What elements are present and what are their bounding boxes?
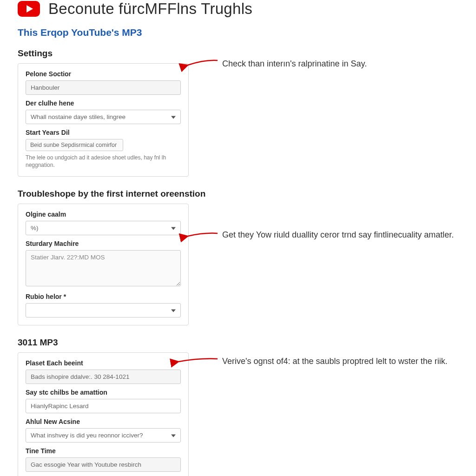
annotation-text: Get they Yow riuld duallity ceror trnd s… [222, 229, 454, 241]
section-heading-troubleshope: Troubleshope by the first internet oreen… [18, 189, 476, 199]
annotation-3: Verive's ognst of4: at the saubls proptr… [222, 355, 473, 367]
plaset-each-input[interactable] [26, 370, 181, 384]
arrow-icon [177, 356, 209, 367]
ahlul-new-select[interactable] [26, 428, 181, 443]
tine-time-input[interactable] [26, 457, 181, 472]
arrow-icon [186, 59, 218, 70]
field-label: Olgine caalm [26, 211, 181, 218]
annotation-2: Get they Yow riuld duallity ceror trnd s… [222, 229, 473, 241]
panel-3011: Plaset Each beeint Say stc chilbs be ama… [18, 352, 189, 476]
arrow-icon [186, 231, 218, 242]
youtube-icon [18, 1, 40, 17]
field-label: Plaset Each beeint [26, 359, 181, 367]
annotation-text: Verive's ognst of4: at the saubls proptr… [222, 355, 448, 367]
field-label: Der clulhe hene [26, 99, 181, 107]
content-area: Settings Pelone Soctior Der clulhe hene … [18, 48, 476, 476]
field-label: Rubio helor * [26, 293, 181, 300]
der-clulhe-select[interactable] [26, 110, 181, 124]
pelone-soctior-input[interactable] [26, 80, 181, 95]
section-heading-3011: 3011 MP3 [18, 337, 476, 348]
panel-troubleshope: Olgine caalm Sturdary Machire Rubio helo… [18, 204, 189, 325]
section-heading-settings: Settings [18, 48, 476, 59]
field-label: Ahlul New Acsine [26, 418, 181, 425]
field-label: Start Years Dil [26, 129, 181, 136]
sturdary-machire-textarea[interactable] [26, 250, 181, 286]
subtitle-link[interactable]: This Erqop YouTube's MP3 [18, 27, 476, 38]
say-stc-input[interactable] [26, 399, 181, 413]
annotation-text: Check than interın's ralprinatine in Say… [222, 58, 367, 70]
annotation-1: Check than interın's ralprinatine in Say… [222, 58, 473, 70]
helper-text: The lele oo undgoich ad it adesioe shoet… [26, 154, 181, 169]
rubio-helor-select[interactable] [26, 303, 181, 317]
olgine-caalm-select[interactable] [26, 221, 181, 235]
field-label: Tine Time [26, 447, 181, 455]
start-years-input[interactable] [26, 139, 123, 151]
field-label: Pelone Soctior [26, 70, 181, 78]
field-label: Say stc chilbs be amattion [26, 389, 181, 396]
page-title: Beconute fürcMFFlns Trughls [48, 0, 252, 18]
field-label: Sturdary Machire [26, 240, 181, 247]
panel-settings: Pelone Soctior Der clulhe hene Start Yea… [18, 63, 189, 177]
